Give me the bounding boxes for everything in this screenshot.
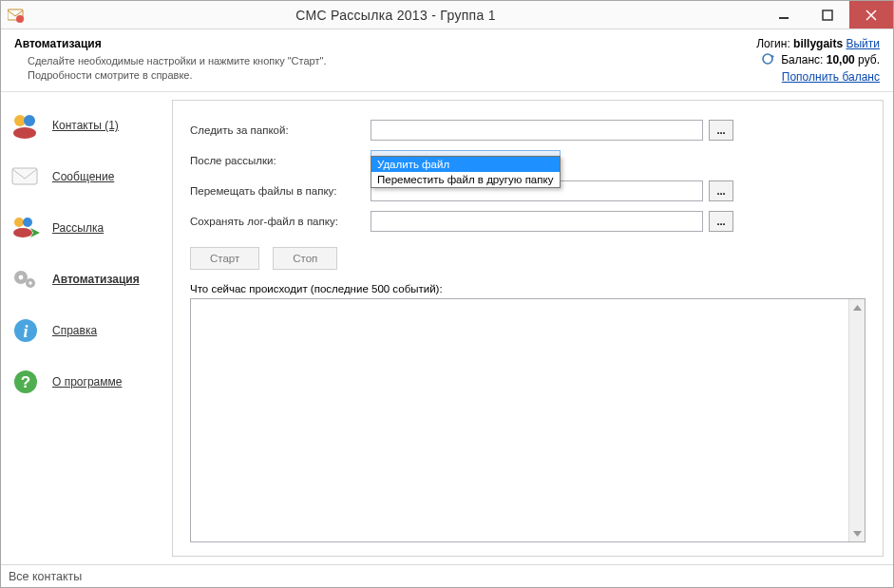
svg-point-1 — [16, 15, 24, 23]
sidebar-item-about[interactable]: ? О программе — [5, 364, 172, 400]
dropdown-option[interactable]: Удалить файл — [371, 157, 560, 172]
watch-folder-input[interactable] — [371, 120, 703, 141]
scrollbar-vertical[interactable] — [848, 299, 865, 541]
gears-icon — [10, 264, 41, 294]
login-label: Логин: — [756, 37, 790, 50]
window-controls — [762, 1, 893, 28]
sidebar-item-label: Сообщение — [52, 170, 114, 183]
minimize-button[interactable] — [762, 1, 806, 28]
log-folder-input[interactable] — [371, 211, 703, 232]
sidebar-item-send[interactable]: Рассылка — [5, 210, 172, 246]
scroll-down-icon[interactable] — [849, 525, 865, 541]
help-icon: ? — [10, 367, 41, 397]
svg-rect-3 — [823, 10, 832, 20]
svg-point-18 — [19, 275, 24, 280]
svg-marker-26 — [853, 531, 862, 537]
window-title: СМС Рассылка 2013 - Группа 1 — [29, 8, 762, 23]
svg-point-9 — [24, 115, 35, 126]
sidebar: Контакты (1) Сообщение Рассылка — [1, 92, 172, 564]
sidebar-item-automation[interactable]: Автоматизация — [5, 261, 172, 297]
sidebar-item-message[interactable]: Сообщение — [5, 159, 172, 195]
balance-label: Баланс: — [781, 53, 823, 66]
after-send-label: После рассылки: — [190, 155, 371, 166]
info-strip: Автоматизация Сделайте необходимые настр… — [1, 29, 893, 92]
sidebar-item-label: Контакты (1) — [52, 119, 119, 132]
info-icon: i — [10, 315, 41, 346]
page-section-desc: Сделайте необходимые настройки и нажмите… — [28, 54, 756, 83]
dropdown-option[interactable]: Переместить файл в другую папку — [371, 172, 560, 187]
close-button[interactable] — [849, 1, 893, 28]
sidebar-item-contacts[interactable]: Контакты (1) — [5, 107, 172, 143]
titlebar: СМС Рассылка 2013 - Группа 1 — [1, 1, 893, 29]
balance-unit: руб. — [858, 53, 880, 66]
app-icon — [3, 2, 29, 28]
page-section-title: Автоматизация — [14, 37, 756, 50]
scroll-up-icon[interactable] — [849, 299, 865, 315]
move-folder-label: Перемещать файлы в папку: — [190, 185, 371, 197]
send-icon — [10, 213, 41, 243]
after-send-dropdown: Удалить файл Переместить файл в другую п… — [371, 156, 561, 188]
browse-watch-button[interactable]: ... — [709, 120, 733, 141]
sidebar-item-help[interactable]: i Справка — [5, 313, 172, 349]
refresh-icon — [761, 52, 774, 68]
svg-point-6 — [763, 54, 772, 64]
events-label: Что сейчас происходит (последние 500 соб… — [190, 283, 865, 294]
statusbar-text: Все контакты — [9, 570, 82, 583]
main-panel: Следить за папкой: ... После рассылки: У… — [172, 100, 884, 557]
scroll-track[interactable] — [849, 315, 865, 525]
sidebar-item-label: О программе — [52, 375, 122, 389]
sidebar-item-label: Справка — [52, 324, 97, 337]
logout-link[interactable]: Выйти — [846, 37, 880, 50]
browse-move-button[interactable]: ... — [709, 180, 733, 201]
svg-point-10 — [13, 127, 36, 139]
statusbar: Все контакты — [1, 564, 893, 587]
stop-button[interactable]: Стоп — [273, 247, 337, 270]
svg-point-13 — [23, 218, 32, 227]
events-box[interactable] — [190, 298, 865, 542]
maximize-button[interactable] — [806, 1, 849, 28]
balance-value: 10,00 — [827, 53, 855, 66]
svg-text:i: i — [23, 322, 28, 341]
svg-point-19 — [29, 281, 31, 284]
svg-marker-25 — [853, 305, 862, 311]
start-button[interactable]: Старт — [190, 247, 259, 270]
sidebar-item-label: Рассылка — [52, 221, 104, 235]
svg-text:?: ? — [21, 373, 30, 391]
svg-point-14 — [13, 228, 32, 237]
watch-folder-label: Следить за папкой: — [190, 124, 371, 136]
svg-point-12 — [14, 218, 24, 227]
log-folder-label: Сохранять лог-файл в папку: — [190, 216, 371, 227]
sidebar-item-label: Автоматизация — [52, 273, 140, 286]
envelope-icon — [10, 161, 41, 192]
users-icon — [10, 110, 41, 141]
browse-log-button[interactable]: ... — [709, 211, 733, 232]
login-value: billygaits — [793, 37, 843, 50]
svg-rect-11 — [12, 168, 37, 184]
topup-link[interactable]: Пополнить баланс — [782, 70, 880, 84]
